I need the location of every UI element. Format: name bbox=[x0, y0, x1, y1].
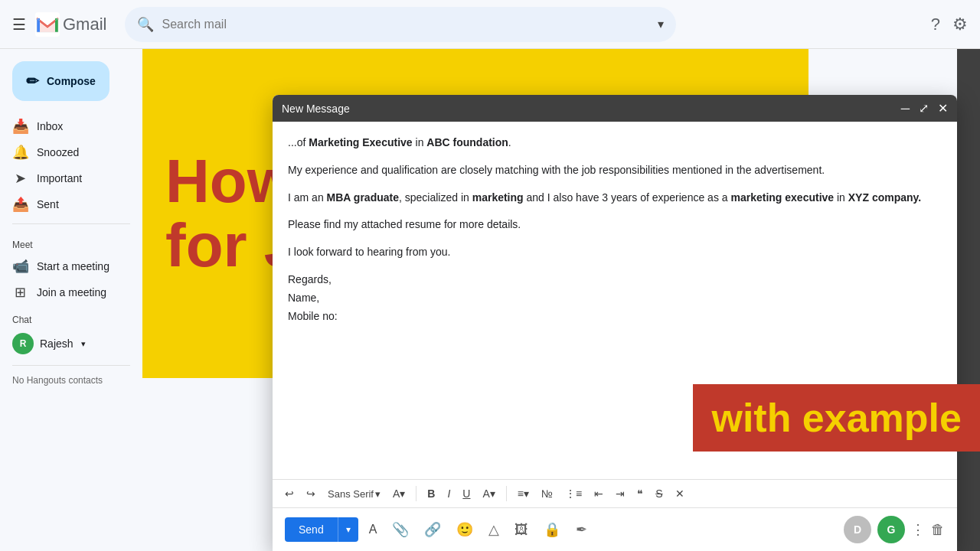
format-text-button[interactable]: A bbox=[364, 520, 382, 540]
more-options-icon[interactable]: ⋮ bbox=[911, 521, 925, 538]
abc-foundation-text: ABC foundation bbox=[426, 136, 508, 148]
body-regards: Regards,Name,Mobile no: bbox=[288, 271, 942, 325]
search-icon: 🔍 bbox=[137, 16, 154, 33]
delete-icon[interactable]: 🗑 bbox=[931, 522, 945, 538]
photo-icon[interactable]: 🖼 bbox=[510, 519, 533, 541]
emoji-icon[interactable]: 🙂 bbox=[452, 518, 478, 541]
search-placeholder[interactable]: Search mail bbox=[162, 18, 650, 31]
content-area: How to Write Email for Job Application N… bbox=[142, 49, 980, 551]
snoozed-label: Snoozed bbox=[37, 146, 79, 158]
send-bar-right: D G ⋮ 🗑 bbox=[844, 516, 945, 543]
compose-popup-header: New Message ─ ⤢ ✕ bbox=[273, 95, 957, 122]
gmail-logo-text: Gmail bbox=[63, 15, 106, 34]
topbar: ☰ Gmail 🔍 Search mail ▾ ? ⚙ bbox=[0, 0, 980, 49]
right-panel bbox=[957, 0, 980, 551]
font-selector-dropdown-icon: ▾ bbox=[375, 488, 381, 500]
italic-button[interactable]: I bbox=[443, 484, 455, 503]
settings-icon[interactable]: ⚙ bbox=[952, 15, 968, 34]
important-label: Important bbox=[37, 172, 82, 184]
no-hangouts-text: No Hangouts contacts bbox=[0, 372, 142, 389]
marketing-text: marketing bbox=[472, 191, 524, 204]
sidebar-item-start-meeting[interactable]: 📹 Start a meeting bbox=[0, 253, 136, 279]
compose-label: Compose bbox=[47, 75, 96, 87]
marketing-executive-role-text: marketing executive bbox=[730, 191, 834, 204]
body-line2: My experience and qualification are clos… bbox=[288, 161, 942, 180]
marketing-executive-text: Marketing Executive bbox=[309, 136, 412, 148]
start-meeting-label: Start a meeting bbox=[37, 260, 109, 272]
send-button-group: Send ▾ bbox=[285, 517, 358, 542]
remove-format-button[interactable]: ✕ bbox=[671, 484, 689, 503]
indent-more-button[interactable]: ⇥ bbox=[611, 484, 629, 503]
hamburger-menu-icon[interactable]: ☰ bbox=[12, 15, 26, 34]
rajesh-avatar: R bbox=[12, 333, 34, 354]
meet-section-label: Meet bbox=[0, 230, 142, 253]
font-name: Sans Serif bbox=[328, 488, 374, 500]
sidebar-item-join-meeting[interactable]: ⊞ Join a meeting bbox=[0, 279, 136, 305]
snoozed-icon: 🔔 bbox=[12, 144, 28, 161]
toolbar-separator-2 bbox=[506, 486, 507, 501]
compose-plus-icon: ✏ bbox=[26, 72, 39, 90]
inbox-icon: 📥 bbox=[12, 118, 28, 135]
close-icon[interactable]: ✕ bbox=[938, 101, 948, 116]
attach-icon[interactable]: 📎 bbox=[387, 518, 413, 541]
compose-popup-title: New Message bbox=[282, 103, 350, 115]
send-button[interactable]: Send bbox=[285, 517, 338, 542]
important-icon: ➤ bbox=[12, 170, 28, 187]
body-line4: Please find my attached resume for more … bbox=[288, 216, 942, 234]
sidebar-separator-2 bbox=[12, 365, 130, 366]
chat-dropdown-icon: ▾ bbox=[81, 339, 86, 349]
sent-icon: 📤 bbox=[12, 196, 28, 213]
gmail-m-icon bbox=[35, 12, 60, 37]
font-color-button[interactable]: A▾ bbox=[478, 484, 499, 503]
sidebar-separator bbox=[12, 223, 130, 224]
with-example-text: with example bbox=[711, 395, 962, 441]
with-example-banner: with example bbox=[693, 384, 980, 452]
compose-button[interactable]: ✏ Compose bbox=[12, 61, 109, 101]
expand-icon[interactable]: ⤢ bbox=[919, 101, 929, 116]
search-bar[interactable]: 🔍 Search mail ▾ bbox=[125, 7, 676, 42]
sender-avatar-green: G bbox=[877, 516, 905, 543]
sidebar-item-important[interactable]: ➤ Important bbox=[0, 165, 136, 191]
help-icon[interactable]: ? bbox=[931, 15, 940, 34]
main-layout: ✏ Compose 📥 Inbox 🔔 Snoozed ➤ Important … bbox=[0, 49, 980, 551]
topbar-right: ? ⚙ bbox=[931, 15, 968, 34]
sent-label: Sent bbox=[37, 198, 59, 210]
toolbar-separator-1 bbox=[416, 486, 416, 501]
indent-less-button[interactable]: ⇤ bbox=[590, 484, 608, 503]
underline-button[interactable]: U bbox=[458, 484, 475, 503]
chat-user-name: Rajesh bbox=[40, 337, 74, 350]
search-dropdown-icon[interactable]: ▾ bbox=[658, 17, 664, 31]
font-selector[interactable]: Sans Serif ▾ bbox=[323, 487, 385, 501]
join-meeting-label: Join a meeting bbox=[37, 286, 106, 298]
sidebar-item-inbox[interactable]: 📥 Inbox bbox=[0, 113, 136, 139]
sidebar-item-snoozed[interactable]: 🔔 Snoozed bbox=[0, 139, 136, 165]
bulleted-list-button[interactable]: ⋮≡ bbox=[560, 484, 586, 503]
bold-button[interactable]: B bbox=[423, 484, 439, 503]
xyz-company-text: XYZ company. bbox=[848, 191, 921, 204]
redo-button[interactable]: ↪ bbox=[302, 484, 320, 503]
lock-icon[interactable]: 🔒 bbox=[539, 518, 565, 541]
body-line5: I look forward to hearing from you. bbox=[288, 243, 942, 262]
signature-icon[interactable]: ✒ bbox=[571, 518, 592, 541]
minimize-icon[interactable]: ─ bbox=[901, 102, 910, 116]
send-dropdown-button[interactable]: ▾ bbox=[338, 517, 358, 542]
strikethrough-button[interactable]: S bbox=[651, 484, 667, 503]
compose-popup: New Message ─ ⤢ ✕ ...of Marketing Execut… bbox=[273, 95, 957, 551]
sender-avatar-gray: D bbox=[844, 516, 871, 543]
video-icon: 📹 bbox=[12, 258, 28, 275]
font-size-button[interactable]: A▾ bbox=[388, 484, 410, 503]
format-toolbar: ↩ ↪ Sans Serif ▾ A▾ B I U A▾ ≡▾ № ⋮≡ ⇤ ⇥… bbox=[273, 479, 957, 507]
blockquote-button[interactable]: ❝ bbox=[632, 484, 648, 503]
send-bar: Send ▾ A 📎 🔗 🙂 △ 🖼 🔒 ✒ D G ⋮ 🗑 bbox=[273, 507, 957, 551]
link-icon[interactable]: 🔗 bbox=[420, 518, 446, 541]
sidebar-item-sent[interactable]: 📤 Sent bbox=[0, 191, 136, 217]
drive-icon[interactable]: △ bbox=[484, 518, 504, 541]
sidebar: ✏ Compose 📥 Inbox 🔔 Snoozed ➤ Important … bbox=[0, 49, 142, 551]
align-button[interactable]: ≡▾ bbox=[513, 484, 534, 503]
join-icon: ⊞ bbox=[12, 284, 28, 301]
inbox-label: Inbox bbox=[37, 120, 63, 132]
mba-graduate-text: MBA graduate bbox=[327, 191, 399, 204]
numbered-list-button[interactable]: № bbox=[537, 484, 557, 503]
undo-button[interactable]: ↩ bbox=[280, 484, 299, 503]
chat-user-rajesh[interactable]: R Rajesh ▾ bbox=[0, 328, 142, 359]
